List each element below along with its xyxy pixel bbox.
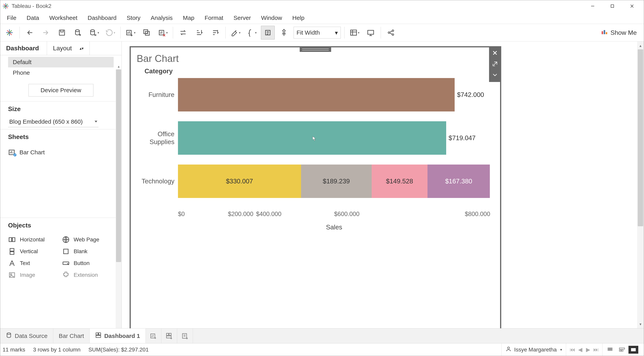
new-worksheet-tab-button[interactable] (146, 328, 162, 343)
swap-rows-columns-button[interactable] (176, 26, 190, 40)
refresh-button[interactable]: ▾ (104, 26, 117, 40)
device-preview-button[interactable]: Device Preview (28, 84, 94, 96)
bar-furniture-value: $742.000 (457, 91, 484, 98)
menu-file[interactable]: File (2, 12, 22, 23)
sort-descending-button[interactable] (208, 26, 222, 40)
user-menu[interactable]: Issye Margaretha ▾ (502, 344, 566, 356)
nav-last-button[interactable]: ⏭ (592, 346, 600, 353)
new-story-tab-button[interactable] (177, 328, 193, 343)
save-button[interactable] (55, 26, 69, 40)
scroll-up-icon[interactable]: ▴ (116, 64, 122, 70)
menu-story[interactable]: Story (122, 12, 146, 23)
bar-office-supplies[interactable] (178, 121, 446, 155)
fit-select[interactable]: Fit Width ▾ (294, 27, 341, 38)
menu-analysis[interactable]: Analysis (146, 12, 178, 23)
blank-icon (62, 248, 70, 255)
presentation-mode-button[interactable] (364, 26, 378, 40)
canvas-scrollbar[interactable]: ▴ ▾ (637, 42, 644, 328)
group-button[interactable]: ▾ (245, 26, 258, 40)
tab-dashboard-1[interactable]: Dashboard 1 (90, 328, 146, 343)
view-filmstrip-button[interactable] (617, 346, 627, 354)
bar-furniture[interactable] (178, 78, 455, 112)
view-sheet-button[interactable] (628, 346, 638, 354)
left-panel-scrollbar[interactable]: ▴ ▾ (116, 70, 122, 328)
extension-icon (62, 271, 70, 279)
menu-bar: File Data Worksheet Dashboard Story Anal… (0, 12, 644, 24)
sheet-nav-buttons: ⏮ ◀ ▶ ⏭ (566, 344, 602, 356)
category-label-technology: Technology (137, 177, 178, 185)
object-blank[interactable]: Blank (62, 246, 114, 256)
bar-technology-seg-4[interactable]: $167.380 (428, 164, 490, 198)
tableau-logo-button[interactable] (2, 26, 16, 40)
bar-technology-seg-2[interactable]: $189.239 (301, 164, 372, 198)
tab-bar-chart[interactable]: Bar Chart (53, 328, 90, 343)
menu-dashboard[interactable]: Dashboard (82, 12, 122, 23)
window-maximize-button[interactable] (602, 0, 622, 12)
nav-next-button[interactable]: ▶ (584, 346, 592, 353)
object-text[interactable]: Text (8, 258, 60, 268)
window-minimize-button[interactable] (583, 0, 602, 12)
clear-sheet-button[interactable]: ▾ (156, 26, 170, 40)
drag-handle[interactable] (300, 46, 331, 52)
bar-technology-seg-3[interactable]: $149.528 (372, 164, 428, 198)
object-image[interactable]: Image (8, 270, 60, 280)
canvas-scroll-down-icon[interactable]: ▾ (637, 321, 644, 328)
new-worksheet-button[interactable]: ▾ (124, 26, 138, 40)
status-bar: 11 marks 3 rows by 1 column SUM(Sales): … (0, 343, 644, 356)
object-horizontal[interactable]: Horizontal (8, 234, 60, 245)
undo-button[interactable] (23, 26, 36, 40)
nav-first-button[interactable]: ⏮ (568, 346, 576, 353)
sort-ascending-button[interactable] (192, 26, 206, 40)
new-data-source-button[interactable] (71, 26, 85, 40)
menu-format[interactable]: Format (200, 12, 228, 23)
menu-help[interactable]: Help (287, 12, 310, 23)
show-labels-button[interactable] (261, 26, 275, 40)
sheet-tab-strip: Data Source Bar Chart Dashboard 1 (0, 328, 644, 343)
zone-menu-button[interactable] (490, 70, 500, 80)
object-button[interactable]: Button (62, 258, 114, 268)
caret-down-icon (94, 121, 97, 122)
size-select[interactable]: Blog Embedded (650 x 860) (8, 116, 98, 127)
sheet-bar-chart[interactable]: Bar Chart (8, 146, 114, 159)
menu-data[interactable]: Data (22, 12, 44, 23)
pin-button[interactable] (277, 26, 291, 40)
object-vertical[interactable]: Vertical (8, 246, 60, 256)
new-dashboard-tab-button[interactable] (162, 328, 177, 343)
menu-window[interactable]: Window (256, 12, 287, 23)
canvas-scrollbar-thumb[interactable] (638, 49, 643, 226)
pause-auto-updates-button[interactable]: ▾ (87, 26, 101, 40)
device-phone[interactable]: Phone (8, 68, 114, 78)
scrollbar-thumb[interactable] (116, 70, 121, 262)
panel-tab-layout[interactable]: Layout ▴▾ (47, 42, 90, 55)
svg-rect-16 (127, 30, 131, 35)
image-icon (8, 271, 16, 279)
show-cards-button[interactable]: ▾ (348, 26, 362, 40)
show-me-icon (601, 28, 608, 37)
window-close-button[interactable] (622, 0, 642, 12)
share-button[interactable] (384, 26, 398, 40)
svg-rect-24 (368, 30, 374, 34)
menu-server[interactable]: Server (228, 12, 256, 23)
menu-map[interactable]: Map (178, 12, 200, 23)
canvas-scroll-up-icon[interactable]: ▴ (637, 42, 644, 49)
show-me-button[interactable]: Show Me (595, 28, 642, 37)
bar-technology-seg-1[interactable]: $330.007 (178, 164, 301, 198)
highlight-button[interactable]: ▾ (229, 26, 242, 40)
go-to-sheet-button[interactable] (490, 59, 500, 69)
x-tick-1: $200.000 (178, 210, 256, 218)
sheets-section-title: Sheets (8, 133, 114, 140)
remove-zone-button[interactable] (490, 48, 500, 58)
svg-rect-30 (606, 32, 607, 34)
menu-worksheet[interactable]: Worksheet (44, 12, 82, 23)
object-webpage[interactable]: Web Page (62, 234, 114, 245)
nav-prev-button[interactable]: ◀ (576, 346, 584, 353)
device-default[interactable]: Default (8, 57, 114, 68)
duplicate-sheet-button[interactable] (140, 26, 154, 40)
tab-data-source[interactable]: Data Source (0, 328, 53, 343)
dashboard-container[interactable]: Bar Chart Category Furniture $742.000 (130, 46, 501, 328)
view-tabs-button[interactable] (606, 346, 616, 354)
panel-tab-dashboard[interactable]: Dashboard (0, 42, 45, 55)
redo-button[interactable] (39, 26, 53, 40)
object-extension[interactable]: Extension (62, 270, 114, 280)
svg-rect-34 (12, 238, 15, 242)
